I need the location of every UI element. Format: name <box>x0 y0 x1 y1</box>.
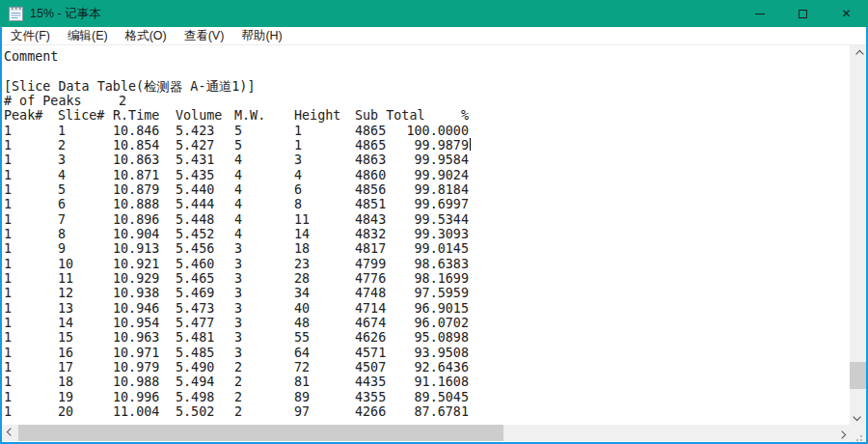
table-cell: 9 <box>58 241 66 256</box>
header-cell: Slice# <box>58 108 104 123</box>
table-cell: 10.863 <box>113 153 159 167</box>
scroll-up-button[interactable] <box>850 45 866 62</box>
table-cell: 1 <box>4 390 12 404</box>
menu-item-5[interactable]: 帮助(H) <box>232 27 290 44</box>
table-cell: 3 <box>234 301 242 316</box>
table-cell: 10.988 <box>113 375 159 389</box>
table-cell: 10.888 <box>113 197 159 211</box>
horizontal-scroll-thumb[interactable] <box>18 425 503 441</box>
vertical-scroll-thumb[interactable] <box>850 362 866 389</box>
table-cell: 100.0000 <box>355 124 469 138</box>
header-cell: Peak# <box>4 108 42 123</box>
table-cell: 1 <box>4 346 12 360</box>
header-cell: M.W. <box>234 108 265 123</box>
table-row: 11210.9385.469334474897.5959 <box>2 286 850 300</box>
vertical-scrollbar[interactable] <box>850 45 866 425</box>
table-cell: 19 <box>58 390 73 404</box>
table-cell: 96.0702 <box>355 316 469 330</box>
menu-item-1[interactable]: 文件(F) <box>2 27 59 44</box>
text-line: # of Peaks 2 <box>2 94 850 108</box>
text-caret <box>470 138 471 151</box>
menu-item-4[interactable]: 查看(V) <box>176 27 233 44</box>
table-cell: 4 <box>234 197 242 211</box>
table-cell: 6 <box>294 182 302 197</box>
table-cell: 2 <box>234 375 242 389</box>
table-cell: 3 <box>234 241 242 256</box>
table-cell: 5.440 <box>176 182 214 197</box>
scroll-left-button[interactable] <box>2 425 18 441</box>
table-cell: 1 <box>4 227 12 241</box>
table-cell: 1 <box>58 124 66 138</box>
table-cell: 11 <box>294 212 310 227</box>
table-cell: 3 <box>234 286 242 300</box>
maximize-button[interactable] <box>781 0 825 27</box>
table-cell: 10.971 <box>113 346 159 360</box>
table-cell: 5.477 <box>176 316 214 330</box>
table-row: 11610.9715.485364457193.9508 <box>2 346 850 360</box>
table-cell: 5.490 <box>176 360 214 375</box>
section-header-text: [Slice Data Table(检测器 A-通道1)] <box>4 79 255 94</box>
menu-item-3[interactable]: 格式(O) <box>117 27 176 44</box>
table-cell: 10 <box>58 257 73 271</box>
table-cell: 96.9015 <box>355 301 469 316</box>
maximize-icon <box>799 10 807 18</box>
table-cell: 10.896 <box>113 212 159 227</box>
table-cell: 3 <box>58 153 66 167</box>
table-cell: 13 <box>58 301 73 316</box>
window-controls: ✕ <box>738 0 868 27</box>
table-row: 11310.9465.473340471496.9015 <box>2 301 850 316</box>
menu-item-2[interactable]: 编辑(E) <box>59 27 117 44</box>
scroll-down-button[interactable] <box>850 408 866 425</box>
table-cell: 1 <box>4 330 12 345</box>
menu-bar: 文件(F)编辑(E)格式(O)查看(V)帮助(H) <box>2 27 866 45</box>
table-cell: 1 <box>4 197 12 211</box>
table-row: 1910.9135.456318481799.0145 <box>2 241 850 256</box>
table-header-row: Peak# Slice# R.Time Volume M.W. Height S… <box>2 108 850 123</box>
comment-text: Comment <box>4 49 58 64</box>
table-cell: 81 <box>294 375 310 389</box>
table-cell: 3 <box>234 330 242 345</box>
table-cell: 5.431 <box>176 153 214 167</box>
table-cell: 20 <box>58 404 73 419</box>
table-cell: 99.5344 <box>355 212 469 227</box>
table-cell: 99.9584 <box>355 153 469 167</box>
close-button[interactable]: ✕ <box>825 0 868 27</box>
table-cell: 1 <box>4 375 12 389</box>
table-cell: 5.502 <box>176 404 214 419</box>
horizontal-scrollbar[interactable] <box>2 425 850 441</box>
header-cell: Height <box>294 108 340 123</box>
minimize-button[interactable] <box>738 0 781 27</box>
table-cell: 1 <box>4 182 12 197</box>
table-cell: 93.9508 <box>355 346 469 360</box>
table-cell: 10.996 <box>113 390 159 404</box>
table-cell: 98.6383 <box>355 257 469 271</box>
table-cell: 1 <box>4 241 12 256</box>
scroll-right-button[interactable] <box>833 425 850 441</box>
table-cell: 5 <box>234 138 242 153</box>
scrollbar-corner[interactable] <box>850 425 866 442</box>
table-cell: 3 <box>234 346 242 360</box>
table-row: 11110.9295.465328477698.1699 <box>2 271 850 286</box>
table-cell: 18 <box>294 241 310 256</box>
table-cell: 99.6997 <box>355 197 469 211</box>
table-cell: 1 <box>4 212 12 227</box>
table-cell: 95.0898 <box>355 330 469 345</box>
table-cell: 10.871 <box>113 168 159 182</box>
table-cell: 4 <box>234 168 242 182</box>
table-cell: 72 <box>294 360 310 375</box>
table-cell: 1 <box>4 138 12 153</box>
table-cell: 10.913 <box>113 241 159 256</box>
table-cell: 10.929 <box>113 271 159 286</box>
table-cell: 5.435 <box>176 168 214 182</box>
table-cell: 14 <box>58 316 73 330</box>
table-row: 11010.9215.460323479998.6383 <box>2 257 850 271</box>
table-cell: 92.6436 <box>355 360 469 375</box>
table-cell: 97.5959 <box>355 286 469 300</box>
table-cell: 99.0145 <box>355 241 469 256</box>
table-cell: 5 <box>234 124 242 138</box>
header-cell: R.Time <box>113 108 159 123</box>
table-row: 1510.8795.44046485699.8184 <box>2 182 850 197</box>
table-cell: 1 <box>4 271 12 286</box>
peaks-label: # of Peaks <box>4 94 82 108</box>
edit-area[interactable]: Comment [Slice Data Table(检测器 A-通道1)] # … <box>2 45 850 425</box>
